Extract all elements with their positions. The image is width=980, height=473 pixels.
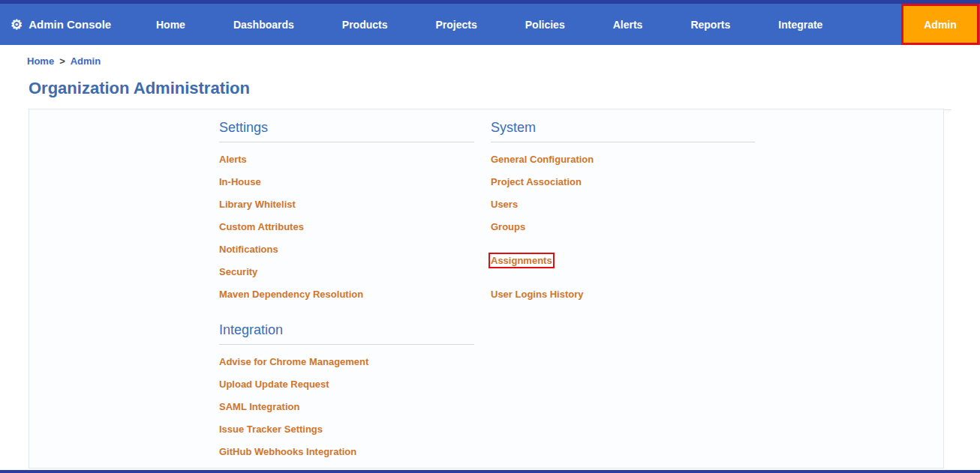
link-general-configuration[interactable]: General Configuration <box>491 154 755 165</box>
settings-section: Settings Alerts In-House Library Whiteli… <box>219 120 474 300</box>
link-in-house[interactable]: In-House <box>219 176 474 187</box>
link-library-whitelist[interactable]: Library Whitelist <box>219 199 474 210</box>
page-title: Organization Administration <box>29 79 980 98</box>
gear-icon: ⚙ <box>11 18 23 31</box>
link-assignments[interactable]: Assignments <box>491 255 552 266</box>
link-saml-integration[interactable]: SAML Integration <box>219 401 474 412</box>
nav-item-alerts[interactable]: Alerts <box>613 19 643 31</box>
right-column: System General Configuration Project Ass… <box>491 120 755 311</box>
integration-section-title: Integration <box>219 322 474 345</box>
nav-item-reports[interactable]: Reports <box>690 19 730 31</box>
system-section: System General Configuration Project Ass… <box>491 120 755 300</box>
nav-item-projects[interactable]: Projects <box>436 19 477 31</box>
breadcrumb: Home>Admin <box>0 45 980 67</box>
link-github-webhooks-integration[interactable]: GitHub Webhooks Integration <box>219 446 474 457</box>
link-security[interactable]: Security <box>219 266 474 277</box>
nav-item-dashboards[interactable]: Dashboards <box>233 19 294 31</box>
link-user-logins-history[interactable]: User Logins History <box>491 289 755 300</box>
nav-item-integrate[interactable]: Integrate <box>778 19 822 31</box>
system-section-title: System <box>491 120 755 142</box>
link-alerts[interactable]: Alerts <box>219 154 474 165</box>
nav-item-home[interactable]: Home <box>156 19 185 31</box>
link-advise-for-chrome-management[interactable]: Advise for Chrome Management <box>219 356 474 367</box>
settings-links: Alerts In-House Library Whitelist Custom… <box>219 154 474 300</box>
admin-panel: Settings Alerts In-House Library Whiteli… <box>29 109 944 469</box>
main-nav: Home Dashboards Products Projects Polici… <box>156 19 901 31</box>
link-project-association[interactable]: Project Association <box>491 176 755 187</box>
brand: ⚙ Admin Console <box>11 18 135 31</box>
breadcrumb-home[interactable]: Home <box>27 55 54 67</box>
admin-button[interactable]: Admin <box>903 6 977 43</box>
link-notifications[interactable]: Notifications <box>219 244 474 255</box>
window-bottom-edge <box>0 470 980 473</box>
breadcrumb-separator: > <box>59 55 65 67</box>
brand-label: Admin Console <box>29 18 111 31</box>
top-navigation-bar: ⚙ Admin Console Home Dashboards Products… <box>0 4 980 45</box>
integration-section: Integration Advise for Chrome Management… <box>219 322 474 473</box>
link-upload-update-request[interactable]: Upload Update Request <box>219 379 474 390</box>
link-issue-tracker-settings[interactable]: Issue Tracker Settings <box>219 424 474 435</box>
breadcrumb-current[interactable]: Admin <box>71 55 101 67</box>
left-column: Settings Alerts In-House Library Whiteli… <box>219 120 474 473</box>
nav-item-products[interactable]: Products <box>342 19 388 31</box>
link-users[interactable]: Users <box>491 199 755 210</box>
link-groups[interactable]: Groups <box>491 221 755 232</box>
settings-section-title: Settings <box>219 120 474 142</box>
nav-item-policies[interactable]: Policies <box>525 19 565 31</box>
link-custom-attributes[interactable]: Custom Attributes <box>219 221 474 232</box>
link-maven-dependency-resolution[interactable]: Maven Dependency Resolution <box>219 289 474 300</box>
admin-annotation-box: Admin <box>901 4 979 45</box>
system-links: General Configuration Project Associatio… <box>491 154 755 300</box>
integration-links: Advise for Chrome Management Upload Upda… <box>219 356 474 473</box>
